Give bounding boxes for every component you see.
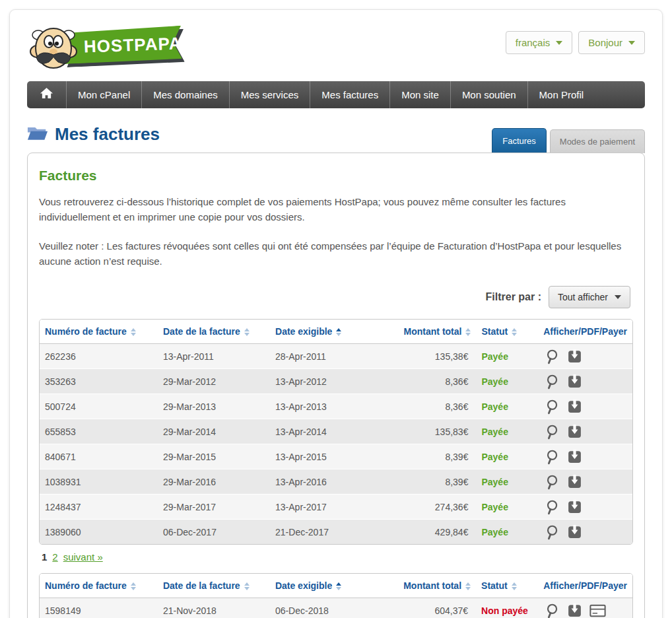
invoice-number: 262236 — [40, 344, 158, 369]
magnifier-view-icon[interactable] — [543, 423, 560, 440]
status-badge: Payée — [481, 452, 508, 462]
column-header-date-exigible[interactable]: Date exigible — [270, 320, 376, 344]
magnifier-view-icon[interactable] — [543, 473, 560, 490]
invoice-number: 840671 — [40, 444, 158, 469]
page-title-wrap: Mes factures — [27, 124, 160, 145]
nav-item-mes-services[interactable]: Mes services — [229, 81, 310, 108]
column-header-montant-total[interactable]: Montant total — [376, 574, 476, 598]
actions-cell — [538, 598, 632, 618]
actions-cell — [538, 520, 632, 545]
download-pdf-icon[interactable] — [566, 398, 583, 415]
download-pdf-icon[interactable] — [566, 498, 583, 515]
sort-arrows-icon — [244, 328, 250, 336]
invoice-date: 21-Nov-2018 — [158, 598, 270, 618]
panel-heading: Factures — [39, 168, 633, 184]
note-paragraph: Veuillez noter : Les factures révoquées … — [39, 238, 633, 269]
nav-item-mon-profil[interactable]: Mon Profil — [527, 81, 595, 108]
invoice-date: 29-Mar-2016 — [158, 469, 270, 495]
nav-item-mon-cpanel[interactable]: Mon cPanel — [66, 81, 141, 108]
column-header-numero-de-facture[interactable]: Numéro de facture — [40, 574, 158, 598]
download-pdf-icon[interactable] — [566, 373, 583, 390]
amount-total: 274,36€ — [376, 495, 477, 520]
column-header-numero-de-facture[interactable]: Numéro de facture — [40, 320, 158, 344]
status-badge: Payée — [481, 502, 508, 512]
sort-arrows-icon — [465, 328, 471, 336]
sort-arrows-icon — [336, 582, 341, 590]
magnifier-view-icon[interactable] — [543, 602, 560, 618]
due-date: 28-Apr-2011 — [270, 344, 376, 369]
invoice-number: 353263 — [40, 369, 158, 394]
download-pdf-icon[interactable] — [566, 348, 583, 364]
hostpapa-logo[interactable]: HOSTPAPA — [27, 22, 185, 72]
actions-cell — [538, 495, 632, 520]
actions-cell — [538, 469, 632, 495]
sort-arrows-icon — [131, 328, 136, 336]
nav-item-mon-soutien[interactable]: Mon soutien — [450, 81, 527, 108]
tab-modes-de-paiement[interactable]: Modes de paiement — [550, 129, 645, 153]
papa-mascot-icon — [27, 22, 80, 75]
magnifier-view-icon[interactable] — [543, 348, 560, 364]
magnifier-view-icon[interactable] — [543, 373, 560, 390]
table-header-row: Numéro de factureDate de la factureDate … — [40, 574, 632, 598]
invoice-row: 1038931 29-Mar-2016 13-Apr-2016 8,39€ Pa… — [40, 469, 632, 495]
status-cell: Payée — [476, 495, 538, 520]
status-badge: Payée — [481, 351, 508, 362]
status-cell: Payée — [476, 520, 538, 545]
nav-item-mes-domaines[interactable]: Mes domaines — [141, 81, 229, 108]
column-header-statut[interactable]: Statut — [476, 574, 538, 598]
download-pdf-icon[interactable] — [566, 602, 583, 618]
download-pdf-icon[interactable] — [566, 423, 583, 440]
column-header-date-de-la-facture[interactable]: Date de la facture — [158, 320, 270, 344]
invoice-number: 1038931 — [40, 469, 158, 495]
sort-arrows-icon — [244, 582, 250, 590]
greeting-dropdown[interactable]: Bonjour — [578, 31, 645, 54]
invoice-date: 29-Mar-2012 — [158, 369, 270, 394]
tab-factures[interactable]: Factures — [492, 128, 547, 153]
pay-credit-card-icon[interactable] — [589, 602, 606, 618]
pagination-link-2[interactable]: 2 — [52, 551, 57, 563]
sort-arrows-icon — [512, 582, 517, 590]
header-buttons: français Bonjour — [506, 31, 645, 54]
column-header-statut[interactable]: Statut — [476, 320, 538, 344]
amount-total: 135,38€ — [376, 344, 477, 369]
filter-dropdown-value: Tout afficher — [558, 292, 608, 302]
folder-icon — [27, 125, 48, 144]
download-pdf-icon[interactable] — [566, 473, 583, 490]
magnifier-view-icon[interactable] — [543, 498, 560, 515]
factures-panel: Factures Vous retrouverez ci-dessous l’h… — [27, 153, 645, 618]
status-cell: Payée — [476, 344, 538, 369]
column-header-montant-total[interactable]: Montant total — [376, 320, 477, 344]
caret-down-icon — [556, 41, 562, 45]
column-header-date-de-la-facture[interactable]: Date de la facture — [158, 574, 270, 598]
magnifier-view-icon[interactable] — [543, 398, 560, 415]
magnifier-view-icon[interactable] — [543, 448, 560, 465]
nav-home[interactable] — [27, 81, 66, 108]
status-badge: Payée — [481, 477, 508, 487]
invoice-number: 500724 — [40, 394, 158, 419]
invoice-number: 655853 — [40, 419, 158, 444]
intro-paragraph: Vous retrouverez ci-dessous l’historique… — [39, 194, 633, 225]
status-cell: Payée — [476, 444, 538, 469]
due-date: 13-Apr-2015 — [270, 444, 376, 469]
invoice-row: 1598149 21-Nov-2018 06-Dec-2018 604,37€ … — [40, 598, 632, 618]
paid-invoices-table: Numéro de factureDate de la factureDate … — [39, 319, 633, 545]
download-pdf-icon[interactable] — [566, 524, 583, 540]
filter-row: Filtrer par : Tout afficher — [42, 286, 630, 308]
magnifier-view-icon[interactable] — [543, 524, 560, 540]
amount-total: 429,84€ — [376, 520, 477, 545]
due-date: 13-Apr-2017 — [270, 495, 376, 520]
nav-item-mon-site[interactable]: Mon site — [389, 81, 450, 108]
pagination-link-suivant[interactable]: suivant » — [63, 551, 103, 563]
top-header: HOSTPAPA français — [10, 10, 662, 77]
unpaid-invoices-table: Numéro de factureDate de la factureDate … — [39, 573, 633, 618]
home-icon — [40, 87, 53, 102]
sort-arrows-icon — [512, 328, 517, 336]
actions-cell — [538, 394, 632, 419]
column-header-afficher-pdf-payer: Afficher/PDF/Payer — [538, 320, 632, 344]
download-pdf-icon[interactable] — [566, 448, 583, 465]
filter-dropdown[interactable]: Tout afficher — [549, 286, 630, 308]
status-cell: Payée — [476, 369, 538, 394]
column-header-date-exigible[interactable]: Date exigible — [270, 574, 376, 598]
nav-item-mes-factures[interactable]: Mes factures — [310, 81, 389, 108]
language-dropdown[interactable]: français — [506, 31, 573, 54]
